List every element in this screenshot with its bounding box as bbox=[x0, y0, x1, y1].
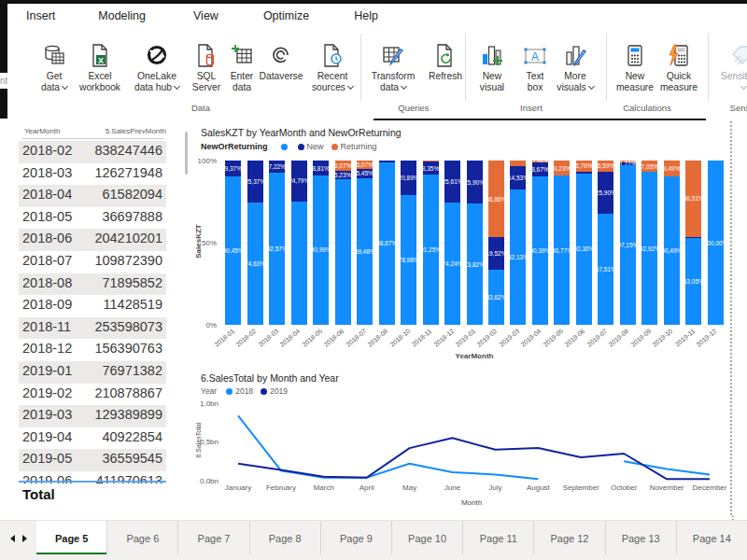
table-row-2019-04[interactable]: 2019-0440922854 bbox=[19, 427, 166, 450]
sensitivity-button[interactable]: Sensitivity bbox=[714, 32, 747, 101]
bar-2019-09[interactable]: 7,05%92,92% bbox=[641, 161, 657, 325]
bar-2018-12[interactable]: 25,61%74,24% bbox=[444, 161, 460, 325]
bar-segment-new[interactable] bbox=[291, 161, 307, 202]
bar-2018-08[interactable]: 98,87% bbox=[379, 161, 395, 325]
bar-segment-new[interactable] bbox=[335, 171, 351, 179]
table-row-2019-02[interactable]: 2019-02210878867 bbox=[19, 384, 166, 406]
bar-segment-returning[interactable] bbox=[335, 161, 351, 171]
bar-segment-new[interactable] bbox=[225, 161, 241, 175]
new-measure-button[interactable]: New measure bbox=[612, 32, 658, 101]
table-row-2018-06[interactable]: 2018-06204210201 bbox=[19, 229, 166, 251]
bar-2018-03[interactable]: 7,22%92,57% bbox=[269, 161, 285, 325]
bar-segment-blank[interactable] bbox=[510, 189, 526, 325]
text-box-button[interactable]: A Text box bbox=[519, 32, 551, 101]
bar-2019-04[interactable]: 0,94%8,67%90,39% bbox=[532, 161, 548, 325]
bar-segment-blank[interactable] bbox=[488, 270, 504, 325]
table-row-2018-08[interactable]: 2018-0871895852 bbox=[19, 273, 166, 296]
bar-segment-blank[interactable] bbox=[598, 214, 613, 325]
bar-segment-returning[interactable] bbox=[664, 161, 680, 176]
legend-label-2018[interactable]: 2018 bbox=[235, 386, 253, 396]
tab-page-5[interactable]: Page 5 bbox=[36, 521, 106, 555]
table-row-2018-07[interactable]: 2018-07109872390 bbox=[19, 251, 166, 273]
legend-dot-blank[interactable] bbox=[281, 144, 288, 150]
bar-2019-11[interactable]: 46,51%53,05% bbox=[685, 161, 701, 325]
table-row-2018-09[interactable]: 2018-0911428519 bbox=[19, 295, 166, 317]
legend-dot-returning[interactable] bbox=[331, 144, 338, 150]
bar-2019-12[interactable]: 100,00% bbox=[708, 161, 724, 325]
bar-segment-returning[interactable] bbox=[576, 161, 592, 172]
bar-segment-blank[interactable] bbox=[225, 176, 241, 325]
tab-nav-left-icon[interactable] bbox=[10, 535, 15, 542]
refresh-button[interactable]: Refresh bbox=[423, 32, 468, 101]
bar-segment-new[interactable] bbox=[357, 169, 373, 178]
legend-dot-2018[interactable] bbox=[226, 388, 233, 395]
bar-segment-returning[interactable] bbox=[598, 161, 613, 172]
bar-segment-new[interactable] bbox=[423, 161, 439, 175]
bar-segment-new[interactable] bbox=[444, 161, 460, 203]
transform-data-button[interactable]: Transform data bbox=[366, 32, 420, 101]
bar-segment-blank[interactable] bbox=[664, 176, 680, 325]
table-row-2019-05[interactable]: 2019-0536559545 bbox=[19, 449, 166, 471]
bar-segment-blank[interactable] bbox=[708, 161, 724, 325]
bar-2018-05[interactable]: 8,81%90,99% bbox=[313, 161, 329, 325]
bar-segment-blank[interactable] bbox=[313, 175, 329, 325]
legend-dot-new[interactable] bbox=[298, 144, 304, 150]
table-scrollbar[interactable] bbox=[185, 132, 188, 175]
bar-segment-new[interactable] bbox=[467, 161, 483, 203]
bar-segment-blank[interactable] bbox=[444, 203, 460, 325]
table-row-2018-04[interactable]: 2018-0461582094 bbox=[19, 185, 166, 207]
tab-page-14[interactable]: Page 14 bbox=[676, 521, 747, 555]
bar-segment-blank[interactable] bbox=[291, 202, 307, 325]
bar-segment-blank[interactable] bbox=[423, 175, 439, 325]
bar-segment-new[interactable] bbox=[532, 162, 548, 176]
excel-workbook-button[interactable]: X Excel workbook bbox=[74, 32, 126, 101]
bar-segment-blank[interactable] bbox=[620, 165, 636, 325]
bar-2019-03[interactable]: 14,53%82,13% bbox=[510, 161, 526, 325]
tab-nav-right-icon[interactable] bbox=[22, 535, 27, 542]
bar-segment-blank[interactable] bbox=[379, 162, 395, 325]
bar-2019-05[interactable]: 9,23%90,77% bbox=[554, 161, 570, 325]
bar-segment-returning[interactable] bbox=[357, 161, 373, 169]
bar-2018-07[interactable]: 5,07%5,45%89,48% bbox=[357, 161, 373, 325]
bar-2019-07[interactable]: 6,59%25,90%67,51% bbox=[598, 161, 613, 325]
quick-measure-button[interactable]: Quick measure bbox=[655, 32, 703, 101]
bar-segment-blank[interactable] bbox=[247, 203, 263, 325]
menu-modeling[interactable]: Modeling bbox=[91, 9, 153, 22]
bar-segment-new[interactable] bbox=[269, 161, 285, 173]
get-data-button[interactable]: Get data bbox=[34, 32, 75, 101]
menu-view[interactable]: View bbox=[186, 9, 226, 22]
bar-segment-blank[interactable] bbox=[532, 176, 548, 325]
bar-segment-new[interactable] bbox=[401, 161, 416, 195]
bar-2018-11[interactable]: 8,35%91,25% bbox=[423, 161, 439, 325]
onelake-data-hub-button[interactable]: OneLake data hub bbox=[129, 32, 185, 101]
legend-dot-2019[interactable] bbox=[261, 388, 267, 395]
bar-2018-01[interactable]: 9,37%90,45% bbox=[225, 161, 241, 325]
table-header-salesprevmonth[interactable]: 5.SalesPrevMonth bbox=[106, 127, 166, 135]
menu-insert[interactable]: Insert bbox=[19, 9, 63, 22]
bar-segment-new[interactable] bbox=[488, 237, 504, 269]
bar-2018-06[interactable]: 6,07%5,23% bbox=[335, 161, 351, 325]
table-row-2018-05[interactable]: 2018-0536697888 bbox=[19, 207, 166, 230]
table-visual[interactable]: YearMonth 5.SalesPrevMonth 2018-02838247… bbox=[17, 124, 187, 509]
bar-segment-blank[interactable] bbox=[641, 172, 657, 325]
bar-segment-new[interactable] bbox=[598, 172, 613, 215]
bar-segment-blank[interactable] bbox=[685, 238, 701, 325]
bar-segment-returning[interactable] bbox=[641, 161, 657, 172]
table-row-2019-03[interactable]: 2019-03129389899 bbox=[19, 405, 166, 427]
bar-2019-08[interactable]: 1,14%1,71%97,15% bbox=[620, 161, 636, 325]
bar-segment-returning[interactable] bbox=[488, 161, 504, 237]
tab-page-9[interactable]: Page 9 bbox=[320, 521, 391, 555]
tab-page-10[interactable]: Page 10 bbox=[391, 521, 462, 555]
table-header-yearmonth[interactable]: YearMonth bbox=[24, 127, 60, 135]
menu-help[interactable]: Help bbox=[346, 9, 386, 22]
sql-server-button[interactable]: SQL Server bbox=[189, 32, 224, 101]
tab-page-6[interactable]: Page 6 bbox=[106, 521, 177, 555]
table-row-2019-01[interactable]: 2019-0176971382 bbox=[19, 361, 166, 384]
table-row-2018-03[interactable]: 2018-03126271948 bbox=[19, 163, 166, 186]
legend-label-2019[interactable]: 2019 bbox=[270, 386, 288, 396]
bar-segment-returning[interactable] bbox=[685, 161, 701, 237]
tab-page-11[interactable]: Page 11 bbox=[462, 521, 533, 555]
dataverse-button[interactable]: Dataverse bbox=[252, 32, 310, 101]
legend-label-new[interactable]: New bbox=[307, 142, 324, 151]
bar-segment-new[interactable] bbox=[313, 161, 329, 175]
